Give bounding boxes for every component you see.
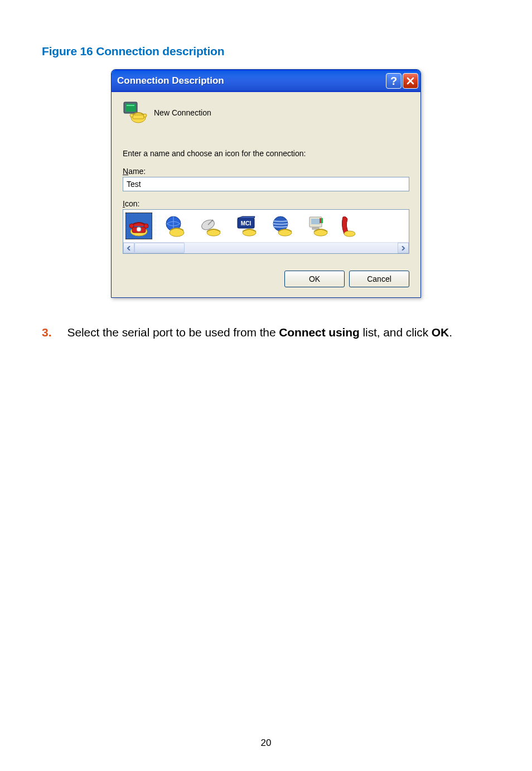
new-connection-icon	[123, 101, 148, 124]
scroll-right-button[interactable]	[398, 243, 409, 253]
dialog-title: Connection Description	[117, 75, 386, 86]
scroll-left-button[interactable]	[123, 243, 134, 253]
close-button[interactable]	[403, 73, 418, 89]
svg-point-5	[130, 114, 133, 117]
svg-point-16	[212, 220, 214, 221]
svg-rect-4	[133, 115, 144, 119]
icon-option-globe-phone[interactable]	[161, 213, 188, 239]
dialog-body: New Connection Enter a name and choose a…	[112, 92, 420, 297]
satellite-dish-icon	[199, 215, 221, 237]
name-input[interactable]	[123, 177, 409, 191]
icon-scrollbar[interactable]	[123, 242, 409, 253]
help-button[interactable]: ?	[386, 73, 402, 89]
att-globe-icon	[270, 215, 293, 237]
help-icon: ?	[390, 75, 397, 86]
ok-button[interactable]: OK	[284, 271, 345, 287]
icon-option-red-phone[interactable]	[125, 213, 152, 239]
step-number: 3.	[42, 326, 52, 339]
phone-handset-icon	[340, 215, 355, 237]
instruction-step: 3. Select the serial port to be used fro…	[42, 326, 490, 339]
icon-picker[interactable]: MCI	[123, 209, 409, 254]
svg-point-11	[137, 227, 141, 232]
svg-point-10	[144, 224, 148, 228]
icon-option-att-globe[interactable]	[268, 213, 295, 239]
icon-option-handset[interactable]	[340, 213, 355, 239]
svg-point-29	[344, 231, 355, 237]
svg-rect-24	[311, 219, 320, 224]
svg-rect-2	[127, 105, 134, 106]
page-number: 20	[0, 738, 532, 749]
icon-label: Icon:	[123, 199, 409, 208]
icon-option-satellite[interactable]	[197, 213, 224, 239]
icon-option-computer[interactable]	[304, 213, 331, 239]
svg-point-9	[129, 224, 134, 228]
step-text: Select the serial port to be used from t…	[67, 326, 452, 339]
globe-phone-icon	[163, 215, 186, 237]
chevron-left-icon	[127, 246, 131, 250]
new-connection-label: New Connection	[154, 108, 211, 117]
scroll-thumb[interactable]	[134, 243, 185, 253]
close-icon	[406, 76, 415, 85]
dialog-titlebar[interactable]: Connection Description ?	[112, 70, 420, 92]
red-phone-icon	[128, 215, 150, 237]
svg-rect-26	[320, 218, 321, 223]
icon-option-mci[interactable]: MCI	[233, 213, 259, 239]
connection-description-dialog: Connection Description ?	[111, 69, 421, 298]
name-label: Name:	[123, 167, 409, 176]
svg-text:MCI: MCI	[241, 220, 252, 227]
svg-point-6	[143, 114, 147, 117]
computer-icon	[306, 215, 328, 237]
mci-icon: MCI	[235, 215, 257, 237]
svg-rect-27	[321, 218, 323, 223]
figure-caption: Figure 16 Connection description	[42, 45, 490, 58]
svg-rect-25	[312, 228, 319, 229]
cancel-button[interactable]: Cancel	[349, 271, 409, 287]
chevron-right-icon	[401, 246, 405, 250]
dialog-prompt: Enter a name and choose an icon for the …	[123, 149, 409, 158]
